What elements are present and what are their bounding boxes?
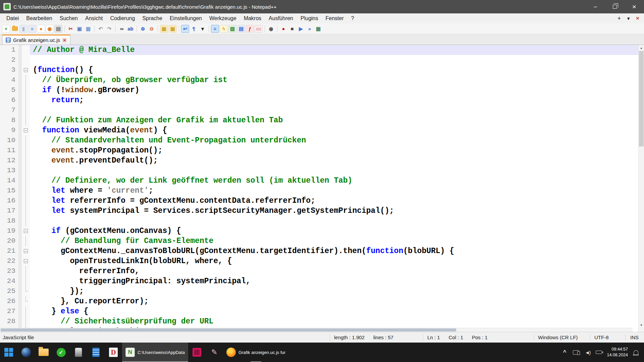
plugin-folder-icon[interactable]: ▭ <box>255 25 263 33</box>
bookmark-margin[interactable] <box>18 296 22 306</box>
scroll-up-arrow[interactable]: ▲ <box>639 45 644 51</box>
sync-horizontal-scroll-icon[interactable]: ▣ <box>169 25 177 33</box>
scroll-down-arrow[interactable]: ▼ <box>639 322 644 328</box>
notifications-bell-icon[interactable] <box>633 350 639 355</box>
code-text[interactable] <box>30 166 638 176</box>
fold-margin[interactable] <box>22 226 30 236</box>
code-text[interactable]: // Definiere, wo der Link geöffnet werde… <box>30 176 638 186</box>
code-text[interactable]: triggeringPrincipal: systemPrincipal, <box>30 276 638 286</box>
bookmark-margin[interactable] <box>18 115 22 125</box>
sync-vertical-scroll-icon[interactable]: ▣ <box>160 25 168 33</box>
zoom-out-icon[interactable]: ⊖ <box>148 25 156 33</box>
bookmark-margin[interactable] <box>18 256 22 266</box>
menu-ausfhren[interactable]: Ausführen <box>265 14 297 22</box>
bookmark-margin[interactable] <box>18 135 22 145</box>
bookmark-margin[interactable] <box>18 65 22 75</box>
close-file-icon[interactable]: ● <box>37 25 45 33</box>
redo-icon[interactable]: ↷ <box>105 25 113 33</box>
bookmark-margin[interactable] <box>18 55 22 65</box>
status-encoding[interactable]: UTF-8 <box>590 334 625 341</box>
close-tab-button[interactable]: × <box>636 15 639 22</box>
menu-einstellungen[interactable]: Einstellungen <box>166 14 206 22</box>
macro-play-icon[interactable]: ▶ <box>297 25 305 33</box>
fold-margin[interactable] <box>22 256 30 266</box>
bookmark-margin[interactable] <box>18 276 22 286</box>
code-text[interactable]: }, Cu.reportError); <box>30 296 638 306</box>
code-text[interactable]: // Funktion zum Anzeigen der Grafik im a… <box>30 115 638 125</box>
menu-bearbeiten[interactable]: Bearbeiten <box>22 14 56 22</box>
code-text[interactable]: event.preventDefault(); <box>30 156 638 166</box>
fold-collapse-icon[interactable] <box>24 68 28 72</box>
code-text[interactable]: referrerInfo, <box>30 266 638 276</box>
fold-collapse-icon[interactable] <box>24 259 28 263</box>
zoom-in-icon[interactable]: ⊕ <box>139 25 147 33</box>
tab-list-dropdown-icon[interactable]: ▼ <box>626 16 631 21</box>
menu-fenster[interactable]: Fenster <box>322 14 347 22</box>
menu-codierung[interactable]: Codierung <box>106 14 139 22</box>
vertical-scrollbar-thumb[interactable] <box>639 51 644 146</box>
print-icon[interactable]: ▤ <box>54 25 62 33</box>
code-text[interactable]: // Behandlung für Canvas-Elemente <box>30 236 638 246</box>
monitoring-eye-icon[interactable]: ◉ <box>267 25 275 33</box>
hidden-icons-chevron[interactable]: ^ <box>561 349 568 356</box>
macro-record-icon[interactable]: ● <box>279 25 287 33</box>
fold-collapse-icon[interactable] <box>24 229 28 233</box>
code-text[interactable]: function viewMedia(event) { <box>30 125 638 135</box>
taskbar-green-check-app[interactable]: ✓ <box>52 343 70 362</box>
code-text[interactable]: // Überprüfen, ob gBrowser verfügbar ist <box>30 75 638 85</box>
bookmark-margin[interactable] <box>18 226 22 236</box>
bookmark-margin[interactable] <box>18 156 22 166</box>
menu-sprache[interactable]: Sprache <box>139 14 166 22</box>
code-text[interactable]: return; <box>30 95 638 105</box>
plugin-docs-icon[interactable]: ▤ <box>237 25 245 33</box>
bookmark-margin[interactable] <box>18 236 22 246</box>
bookmark-margin[interactable] <box>18 166 22 176</box>
bookmark-margin[interactable] <box>18 286 22 296</box>
restore-button[interactable] <box>605 0 625 13</box>
bookmark-margin[interactable] <box>18 176 22 186</box>
fold-margin[interactable] <box>22 65 30 75</box>
status-insert-mode[interactable]: INS <box>625 334 644 341</box>
taskbar-file-explorer[interactable] <box>35 343 52 362</box>
bookmark-margin[interactable] <box>18 85 22 95</box>
bookmark-margin[interactable] <box>18 75 22 85</box>
menu-suchen[interactable]: Suchen <box>56 14 82 22</box>
taskbar-gray-app[interactable] <box>70 343 87 362</box>
code-area[interactable]: 1// Author @ Mira_Belle23(function() {4 … <box>0 45 638 332</box>
taskbar-notepadpp-window-button[interactable]: N C:\Users\weiss\AppData <box>122 343 188 362</box>
status-length-lines[interactable]: length : 1.902 lines : 57 <box>330 334 423 341</box>
toolbar-dropdown-icon[interactable]: ▾ <box>199 25 207 33</box>
battery-icon[interactable] <box>595 351 602 354</box>
bookmark-margin[interactable] <box>18 246 22 256</box>
macro-run-multiple-icon[interactable]: » <box>306 25 314 33</box>
code-text[interactable]: openTrustedLinkIn(blobURL, where, { <box>30 256 638 266</box>
tab-grafik-anzeigen[interactable]: Grafik anzeigen.uc.js × <box>2 35 70 45</box>
close-button[interactable]: × <box>625 0 644 13</box>
paste-icon[interactable]: ▦ <box>84 25 92 33</box>
fold-collapse-icon[interactable] <box>24 249 28 253</box>
function-list-icon[interactable]: ≡ <box>211 25 219 33</box>
code-text[interactable]: // Sicherheitsüberprüfung der URL <box>30 316 638 326</box>
code-text[interactable]: let where = 'current'; <box>30 186 638 196</box>
tab-close-icon[interactable]: × <box>62 38 67 43</box>
bookmark-margin[interactable] <box>18 206 22 216</box>
menu-datei[interactable]: Datei <box>3 14 22 22</box>
cut-icon[interactable]: ✂ <box>67 25 75 33</box>
code-text[interactable]: }); <box>30 286 638 296</box>
code-text[interactable]: let referrerInfo = gContextMenu.contentD… <box>30 196 638 206</box>
taskbar-firefox-window-button[interactable]: Grafik anzeigen.uc.js fur <box>223 343 289 362</box>
close-all-icon[interactable]: ◉ <box>46 25 54 33</box>
menu-ansicht[interactable]: Ansicht <box>82 14 106 22</box>
menu-makros[interactable]: Makros <box>240 14 265 22</box>
bookmark-margin[interactable] <box>18 266 22 276</box>
code-text[interactable]: if (!window.gBrowser) <box>30 85 638 95</box>
bookmark-margin[interactable] <box>18 196 22 206</box>
document-map-icon[interactable]: ▦ <box>314 25 322 33</box>
horizontal-scrollbar[interactable] <box>0 328 633 332</box>
bookmark-margin[interactable] <box>18 145 22 156</box>
save-all-icon[interactable]: ≡ <box>28 25 36 33</box>
menu-werkzeuge[interactable]: Werkzeuge <box>206 14 240 22</box>
code-text[interactable]: gContextMenu._canvasToBlobURL(gContextMe… <box>30 246 638 256</box>
bookmark-margin[interactable] <box>18 105 22 115</box>
display-icon[interactable] <box>573 350 579 355</box>
